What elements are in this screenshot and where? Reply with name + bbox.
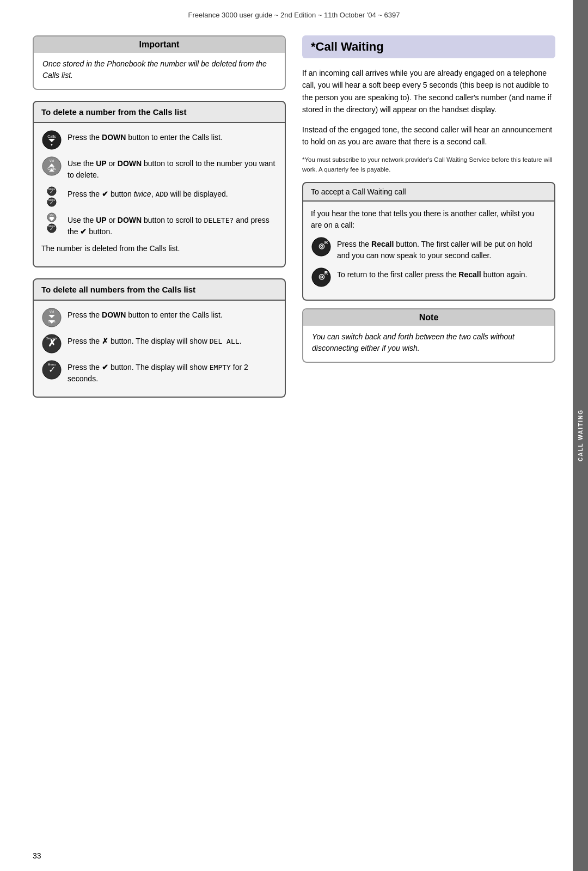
svg-text:R: R (324, 240, 328, 245)
note-box: Note You can switch back and forth betwe… (302, 308, 555, 363)
delete-step-3: ✓ Menu ✓ Menu Press the ✔ button twi (41, 186, 277, 207)
menu-tick-icon: ✓ Menu (41, 360, 62, 380)
important-body: Once stored in the Phonebook the number … (42, 58, 276, 81)
delete-all-step-1: Vol Calls Press the DOWN button to enter… (41, 307, 277, 328)
delete-all-step-2: ✗ Secrets Press the ✗ button. The displa… (41, 333, 277, 354)
right-column: *Call Waiting If an incoming call arrive… (302, 35, 555, 409)
svg-text:Menu: Menu (48, 224, 56, 228)
sidebar-label-text: CALL WAITING (578, 409, 584, 461)
svg-text:Vol: Vol (50, 310, 54, 313)
delete-step-4: Vol ✓ Menu Use t (41, 212, 277, 237)
delete-step-1: Calls ▼ Press the DOWN button to enter t… (41, 130, 277, 150)
vol-down-icon: Vol Calls (41, 307, 62, 328)
page-header: Freelance 3000 user guide ~ 2nd Edition … (33, 11, 555, 19)
delete-step-2: Vol Calls Use the UP or DOWN button to s… (41, 156, 277, 181)
delete-number-header: To delete a number from the Calls list (33, 101, 286, 123)
recall-button-1-icon: ◎ R (311, 236, 332, 257)
delete-number-title: To delete a number from the Calls list (41, 106, 277, 118)
svg-text:Secrets: Secrets (46, 337, 57, 340)
delete-all-step-1-text: Press the DOWN button to enter the Calls… (68, 307, 223, 321)
delete-step-4-text: Use the UP or DOWN button to scroll to D… (68, 212, 277, 237)
vol-button-icon: Vol Calls (41, 156, 62, 176)
accept-cw-header: To accept a Call Waiting call (302, 182, 555, 202)
vol-menu-icon: Vol ✓ Menu (41, 212, 62, 233)
delete-step-3-text: Press the ✔ button twice, ADD will be di… (68, 186, 228, 200)
note-title: Note (303, 309, 554, 326)
x-button-icon: ✗ Secrets (41, 333, 62, 354)
important-title: Important (34, 36, 285, 53)
recall-step-1-text: Press the Recall button. The first calle… (337, 236, 547, 261)
call-waiting-para-1: If an incoming call arrives while you ar… (302, 67, 555, 116)
page-number: 33 (33, 851, 41, 860)
call-waiting-title: *Call Waiting (302, 35, 555, 58)
recall-step-2: ◎ R To return to the first caller press … (311, 267, 547, 288)
note-body: You can switch back and forth between th… (312, 331, 546, 354)
call-waiting-para-2: Instead of the engaged tone, the second … (302, 124, 555, 148)
accept-cw-section: To accept a Call Waiting call If you hea… (302, 182, 555, 301)
recall-button-2-icon: ◎ R (311, 267, 332, 288)
left-column: Important Once stored in the Phonebook t… (33, 35, 286, 409)
delete-all-title: To delete all numbers from the Calls lis… (41, 284, 277, 295)
svg-text:Menu: Menu (47, 363, 56, 366)
recall-step-2-text: To return to the first caller press the … (337, 267, 527, 281)
important-box: Important Once stored in the Phonebook t… (33, 35, 286, 90)
svg-text:Vol: Vol (50, 159, 54, 162)
call-waiting-footnote: *You must subscribe to your network prov… (302, 155, 555, 174)
delete-all-step-2-text: Press the ✗ button. The display will sho… (68, 333, 241, 347)
svg-text:Menu: Menu (48, 198, 56, 202)
delete-number-section: To delete a number from the Calls list C… (33, 101, 286, 267)
call-waiting-sidebar: CALL WAITING (573, 0, 588, 871)
delete-number-body: Calls ▼ Press the DOWN button to enter t… (33, 123, 286, 267)
delete-step-1-text: Press the DOWN button to enter the Calls… (68, 130, 223, 143)
delete-all-step-3: ✓ Menu Press the ✔ button. The display w… (41, 360, 277, 385)
delete-step-2-text: Use the UP or DOWN button to scroll to t… (68, 156, 277, 181)
svg-text:Calls: Calls (47, 135, 56, 138)
down-button-icon: Calls ▼ (41, 130, 62, 150)
svg-text:◎: ◎ (318, 272, 325, 281)
svg-text:✓: ✓ (48, 365, 56, 374)
delete-all-body: Vol Calls Press the DOWN button to enter… (33, 301, 286, 398)
accept-cw-body: If you hear the tone that tells you ther… (302, 202, 555, 301)
delete-step-5-text: The number is deleted from the Calls lis… (41, 243, 277, 254)
accept-cw-title: To accept a Call Waiting call (311, 187, 547, 196)
delete-all-header: To delete all numbers from the Calls lis… (33, 278, 286, 301)
svg-text:R: R (324, 270, 328, 276)
svg-text:◎: ◎ (318, 242, 325, 250)
svg-text:▼: ▼ (50, 143, 53, 147)
svg-text:Vol: Vol (50, 214, 54, 217)
svg-text:Menu: Menu (48, 187, 56, 191)
menu-double-icon: ✓ Menu ✓ Menu (41, 186, 62, 207)
delete-all-section: To delete all numbers from the Calls lis… (33, 278, 286, 398)
recall-step-1: ◎ R Press the Recall button. The first c… (311, 236, 547, 261)
delete-all-step-3-text: Press the ✔ button. The display will sho… (68, 360, 277, 385)
accept-cw-intro: If you hear the tone that tells you ther… (311, 208, 547, 231)
